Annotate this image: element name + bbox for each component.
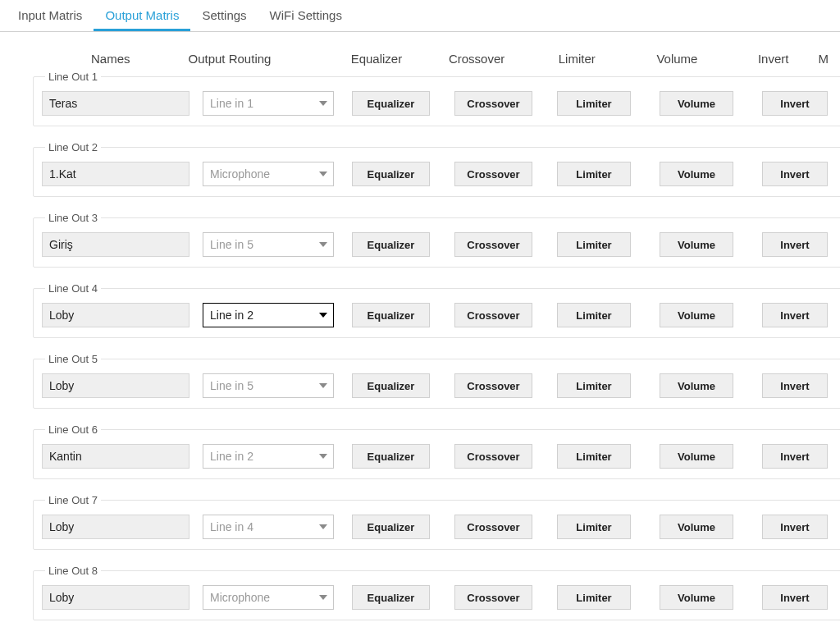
invert-button[interactable]: Invert: [762, 303, 828, 327]
invert-button[interactable]: Invert: [762, 515, 828, 539]
output-name-input[interactable]: [42, 303, 189, 327]
svg-marker-3: [319, 313, 327, 318]
line-out-legend: Line Out 7: [45, 494, 101, 506]
output-name-input[interactable]: [42, 515, 189, 539]
invert-button[interactable]: Invert: [762, 585, 828, 610]
limiter-button[interactable]: Limiter: [557, 232, 631, 257]
chevron-down-icon: [318, 241, 328, 248]
volume-button[interactable]: Volume: [660, 162, 733, 186]
chevron-down-icon: [318, 524, 328, 530]
volume-button[interactable]: Volume: [660, 585, 733, 610]
output-routing-dropdown[interactable]: Line in 1: [203, 91, 334, 116]
volume-button[interactable]: Volume: [660, 303, 733, 327]
crossover-button[interactable]: Crossover: [454, 585, 532, 610]
header-m: M: [819, 52, 833, 66]
volume-button[interactable]: Volume: [660, 373, 733, 398]
output-routing-value: Line in 4: [210, 520, 253, 533]
volume-button[interactable]: Volume: [660, 232, 733, 257]
chevron-down-icon: [318, 171, 328, 177]
crossover-button[interactable]: Crossover: [454, 444, 532, 469]
line-out-group: Line Out 2MicrophoneEqualizerCrossoverLi…: [33, 141, 840, 197]
limiter-button[interactable]: Limiter: [557, 515, 631, 539]
output-routing-dropdown[interactable]: Line in 2: [203, 303, 334, 327]
svg-marker-0: [319, 101, 327, 106]
line-out-legend: Line Out 2: [45, 141, 101, 153]
output-routing-value: Microphone: [210, 167, 270, 181]
line-out-group: Line Out 7Line in 4EqualizerCrossoverLim…: [33, 494, 840, 550]
line-out-group: Line Out 5Line in 5EqualizerCrossoverLim…: [33, 353, 840, 409]
output-routing-value: Microphone: [210, 591, 270, 604]
line-out-group: Line Out 6Line in 2EqualizerCrossoverLim…: [33, 423, 840, 479]
output-routing-dropdown[interactable]: Microphone: [203, 585, 334, 610]
output-name-input[interactable]: [42, 373, 189, 398]
equalizer-button[interactable]: Equalizer: [352, 585, 430, 610]
volume-button[interactable]: Volume: [660, 515, 733, 539]
equalizer-button[interactable]: Equalizer: [352, 444, 430, 469]
tab-settings[interactable]: Settings: [190, 0, 258, 31]
invert-button[interactable]: Invert: [762, 91, 828, 116]
header-volume: Volume: [626, 52, 728, 66]
output-routing-dropdown[interactable]: Line in 5: [203, 373, 334, 398]
crossover-button[interactable]: Crossover: [454, 373, 532, 398]
line-out-legend: Line Out 4: [45, 282, 101, 295]
line-out-group: Line Out 1Line in 1EqualizerCrossoverLim…: [33, 71, 840, 126]
header-routing: Output Routing: [189, 52, 328, 66]
limiter-button[interactable]: Limiter: [557, 303, 631, 327]
svg-marker-1: [319, 172, 327, 176]
equalizer-button[interactable]: Equalizer: [352, 162, 430, 186]
output-routing-dropdown[interactable]: Line in 4: [203, 515, 334, 539]
svg-marker-6: [319, 524, 327, 529]
output-routing-dropdown[interactable]: Line in 5: [203, 232, 334, 257]
line-out-group: Line Out 4Line in 2EqualizerCrossoverLim…: [33, 282, 840, 338]
output-name-input[interactable]: [42, 91, 189, 116]
equalizer-button[interactable]: Equalizer: [352, 303, 430, 327]
output-name-input[interactable]: [42, 585, 189, 610]
crossover-button[interactable]: Crossover: [454, 162, 532, 186]
line-out-group: Line Out 3Line in 5EqualizerCrossoverLim…: [33, 212, 840, 268]
limiter-button[interactable]: Limiter: [557, 373, 631, 398]
output-name-input[interactable]: [42, 162, 189, 186]
header-invert: Invert: [728, 52, 819, 66]
output-name-input[interactable]: [42, 232, 189, 257]
output-name-input[interactable]: [42, 444, 189, 469]
crossover-button[interactable]: Crossover: [454, 515, 532, 539]
tab-bar: Input MatrisOutput MatrisSettingsWiFi Se…: [0, 0, 840, 32]
output-routing-dropdown[interactable]: Line in 2: [203, 444, 334, 469]
output-routing-value: Line in 5: [210, 379, 253, 392]
header-equalizer: Equalizer: [327, 52, 426, 66]
equalizer-button[interactable]: Equalizer: [352, 91, 430, 116]
header-limiter: Limiter: [527, 52, 626, 66]
chevron-down-icon: [318, 312, 328, 318]
line-out-legend: Line Out 5: [45, 353, 101, 365]
invert-button[interactable]: Invert: [762, 373, 828, 398]
crossover-button[interactable]: Crossover: [454, 232, 532, 257]
equalizer-button[interactable]: Equalizer: [352, 232, 430, 257]
equalizer-button[interactable]: Equalizer: [352, 515, 430, 539]
svg-marker-2: [319, 242, 327, 247]
limiter-button[interactable]: Limiter: [557, 162, 631, 186]
tab-input-matris[interactable]: Input Matris: [7, 0, 94, 31]
output-matrix-panel: Names Output Routing Equalizer Crossover…: [0, 32, 840, 636]
invert-button[interactable]: Invert: [762, 232, 828, 257]
header-crossover: Crossover: [426, 52, 528, 66]
volume-button[interactable]: Volume: [660, 444, 733, 469]
chevron-down-icon: [318, 453, 328, 460]
crossover-button[interactable]: Crossover: [454, 303, 532, 327]
invert-button[interactable]: Invert: [762, 162, 828, 186]
svg-marker-7: [319, 595, 327, 600]
output-routing-value: Line in 2: [210, 450, 253, 463]
invert-button[interactable]: Invert: [762, 444, 828, 469]
line-out-legend: Line Out 8: [45, 565, 101, 577]
tab-wifi-settings[interactable]: WiFi Settings: [258, 0, 354, 31]
output-routing-value: Line in 5: [210, 238, 253, 251]
limiter-button[interactable]: Limiter: [557, 91, 631, 116]
crossover-button[interactable]: Crossover: [454, 91, 532, 116]
volume-button[interactable]: Volume: [660, 91, 733, 116]
equalizer-button[interactable]: Equalizer: [352, 373, 430, 398]
chevron-down-icon: [318, 594, 328, 601]
limiter-button[interactable]: Limiter: [557, 585, 631, 610]
column-headers: Names Output Routing Equalizer Crossover…: [8, 52, 832, 71]
tab-output-matris[interactable]: Output Matris: [94, 0, 190, 31]
limiter-button[interactable]: Limiter: [557, 444, 631, 469]
output-routing-dropdown[interactable]: Microphone: [203, 162, 334, 186]
